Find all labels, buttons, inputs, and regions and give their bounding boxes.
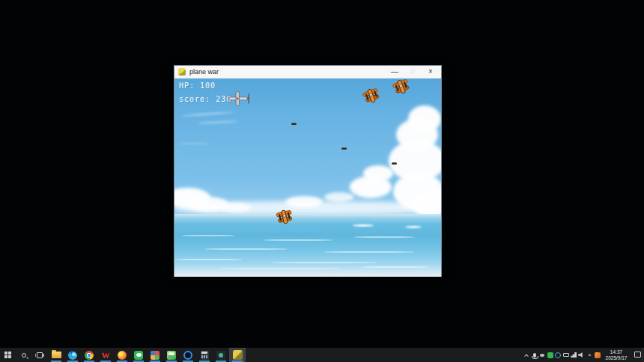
hp-label: HP: 100	[179, 82, 216, 90]
cloud	[177, 143, 209, 144]
desktop: plane war — □ ×	[0, 0, 644, 362]
tray-blue-ring-icon[interactable]	[554, 348, 562, 362]
tray-expand-icon[interactable]	[523, 348, 531, 362]
window-title: plane war	[189, 66, 219, 79]
calculator-app-icon-glyph	[201, 351, 209, 360]
tray-volume-icon[interactable]	[578, 348, 586, 362]
close-button[interactable]: ×	[422, 66, 440, 79]
enemy-plane-sprite	[361, 86, 382, 105]
maximize-button[interactable]: □	[404, 66, 422, 79]
score-label: score: 230	[179, 95, 231, 103]
python-game-icon-glyph	[233, 350, 243, 360]
calculator-app-icon[interactable]	[196, 348, 213, 362]
blue-ring-app-icon-glyph	[183, 351, 192, 360]
file-explorer-icon-glyph	[52, 352, 61, 358]
enemy-bullet-sprite	[392, 162, 397, 165]
taskbar-clock[interactable]: 14:37 2025/9/17	[601, 349, 631, 361]
tray-close-icon[interactable]: ×	[586, 348, 594, 362]
tray-orange-icon-glyph	[595, 352, 601, 358]
chrome-browser-icon[interactable]	[81, 348, 97, 362]
cat-app-icon[interactable]	[213, 348, 229, 362]
window-titlebar[interactable]: plane war — □ ×	[174, 66, 441, 79]
photos-app-icon-glyph	[167, 351, 176, 360]
tray-orange-icon[interactable]	[594, 348, 602, 362]
tray-mic-icon[interactable]	[531, 348, 539, 362]
game-window: plane war — □ ×	[174, 65, 442, 277]
tray-wechat-icon-glyph	[547, 352, 553, 358]
firefox-browser-icon[interactable]	[114, 348, 130, 362]
game-area: HP: 100 score: 230	[174, 79, 441, 277]
taskbar-apps: W	[48, 348, 246, 362]
tray-network-icon-glyph	[571, 352, 577, 358]
task-view-icon	[37, 352, 43, 358]
enemy-bullet-sprite	[291, 123, 297, 125]
search-button[interactable]	[16, 348, 31, 362]
photos-app-icon[interactable]	[163, 348, 180, 362]
wps-office-icon[interactable]: W	[97, 348, 114, 362]
search-icon	[22, 353, 26, 358]
mail-app-icon-glyph	[151, 351, 160, 360]
tray-expand-icon-glyph	[524, 354, 529, 358]
tray-blue-ring-icon-glyph	[555, 352, 561, 358]
taskbar: W × 14:37 2025/9/17	[0, 348, 644, 362]
player-plane-sprite	[228, 91, 250, 106]
cat-app-icon-glyph	[216, 351, 225, 360]
edge-browser-icon-glyph	[68, 351, 77, 360]
pygame-icon	[178, 68, 186, 76]
ocean	[174, 214, 441, 277]
windows-logo-icon	[4, 352, 11, 358]
cloud	[180, 111, 234, 117]
edge-browser-icon[interactable]	[64, 348, 81, 362]
firefox-browser-icon-glyph	[118, 351, 127, 360]
python-game-icon[interactable]	[229, 348, 246, 362]
enemy-bullet-sprite	[341, 147, 347, 150]
notification-center-icon[interactable]	[634, 352, 641, 358]
minimize-button[interactable]: —	[386, 66, 404, 79]
task-view-button[interactable]	[31, 348, 47, 362]
chrome-browser-icon-glyph	[85, 351, 94, 360]
tray-mic-icon-glyph	[533, 353, 536, 358]
file-explorer-icon[interactable]	[48, 348, 64, 362]
start-button[interactable]	[0, 348, 16, 362]
tray-volume-icon-glyph	[578, 352, 585, 358]
tray-wechat-icon[interactable]	[547, 348, 555, 362]
tray-close-icon-glyph: ×	[588, 348, 592, 362]
tray-keyboard-icon-glyph	[563, 353, 569, 358]
wechat-icon[interactable]	[130, 348, 147, 362]
tray-blob-icon[interactable]	[538, 348, 547, 362]
cloud	[363, 165, 393, 182]
wechat-icon-glyph	[134, 351, 143, 360]
cloud	[198, 120, 237, 124]
enemy-plane-sprite	[391, 79, 412, 96]
tray-network-icon[interactable]	[570, 348, 578, 362]
horizon-haze	[174, 201, 441, 215]
mail-app-icon[interactable]	[147, 348, 163, 362]
system-tray: ×	[523, 348, 601, 362]
clock-time: 14:37	[601, 349, 631, 355]
tray-keyboard-icon[interactable]	[562, 348, 571, 362]
blue-ring-app-icon[interactable]	[180, 348, 196, 362]
clock-date: 2025/9/17	[601, 355, 631, 361]
tray-blob-icon-glyph	[540, 354, 544, 357]
wps-office-icon-glyph: W	[101, 350, 111, 360]
